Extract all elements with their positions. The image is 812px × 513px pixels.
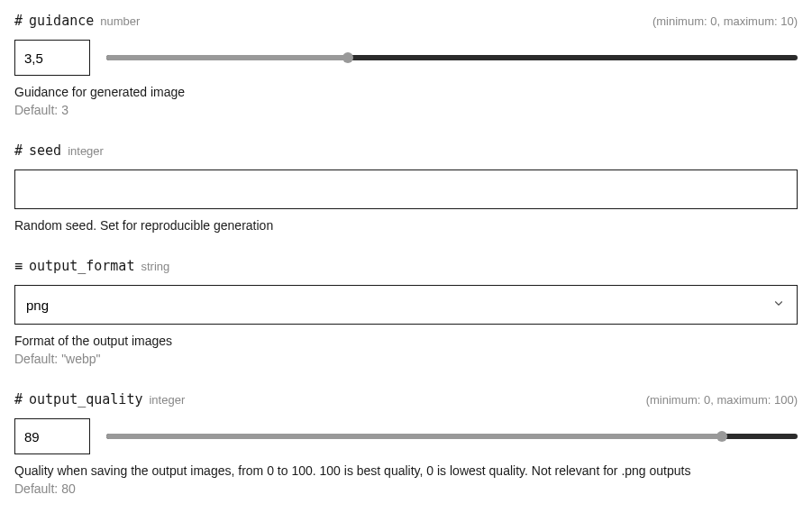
output-quality-type: integer [149, 393, 185, 407]
guidance-field: # guidance number (minimum: 0, maximum: … [14, 13, 798, 117]
output-quality-control-row [14, 418, 798, 454]
guidance-control-row [14, 40, 798, 76]
output-quality-slider-thumb[interactable] [716, 431, 727, 442]
guidance-label-left: # guidance number [14, 13, 140, 29]
output-quality-input[interactable] [14, 418, 90, 454]
output-format-name: output_format [29, 258, 134, 274]
output-format-select-wrap: png [14, 285, 798, 325]
seed-description: Random seed. Set for reproducible genera… [14, 218, 798, 233]
list-icon: ≡ [14, 260, 23, 273]
output-quality-name: output_quality [29, 391, 142, 408]
output-quality-default: Default: 80 [14, 481, 798, 496]
number-icon: # [14, 144, 23, 158]
guidance-name: guidance [29, 13, 94, 29]
seed-label-row: # seed integer [14, 142, 798, 159]
output-format-type: string [141, 260, 169, 273]
guidance-slider-fill [106, 55, 348, 60]
guidance-input[interactable] [14, 40, 90, 76]
output-quality-slider[interactable] [106, 429, 798, 444]
seed-input[interactable] [14, 169, 798, 209]
guidance-range-hint: (minimum: 0, maximum: 10) [652, 14, 798, 28]
output-format-field: ≡ output_format string png Format of the… [14, 258, 798, 366]
seed-label-left: # seed integer [14, 142, 104, 159]
guidance-type: number [100, 14, 140, 28]
guidance-default: Default: 3 [14, 103, 798, 117]
output-quality-field: # output_quality integer (minimum: 0, ma… [14, 391, 798, 496]
seed-field: # seed integer Random seed. Set for repr… [14, 142, 798, 233]
number-icon: # [14, 14, 23, 28]
output-format-label-row: ≡ output_format string [14, 258, 798, 274]
guidance-slider[interactable] [106, 50, 798, 65]
output-format-default: Default: "webp" [14, 352, 798, 366]
number-icon: # [14, 393, 23, 407]
output-quality-slider-fill [106, 434, 722, 439]
output-quality-label-row: # output_quality integer (minimum: 0, ma… [14, 391, 798, 408]
output-format-label-left: ≡ output_format string [14, 258, 169, 274]
output-quality-label-left: # output_quality integer [14, 391, 185, 408]
seed-name: seed [29, 142, 61, 159]
output-format-description: Format of the output images [14, 334, 798, 348]
seed-type: integer [68, 144, 104, 158]
output-quality-range-hint: (minimum: 0, maximum: 100) [646, 393, 798, 407]
output-format-select[interactable]: png [14, 285, 798, 325]
guidance-label-row: # guidance number (minimum: 0, maximum: … [14, 13, 798, 29]
guidance-description: Guidance for generated image [14, 85, 798, 99]
output-quality-description: Quality when saving the output images, f… [14, 463, 798, 478]
guidance-slider-thumb[interactable] [342, 52, 353, 63]
